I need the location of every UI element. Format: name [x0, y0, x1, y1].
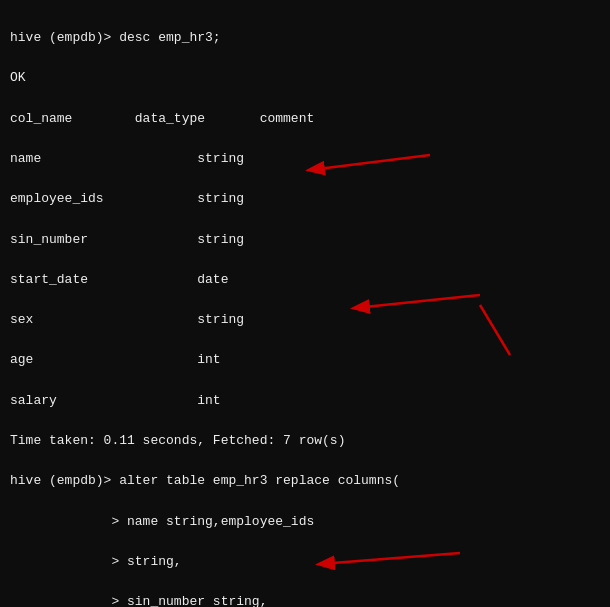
terminal-output: hive (empdb)> desc emp_hr3; OK col_name … [0, 0, 610, 607]
line-6: sin_number string [10, 232, 244, 247]
line-1: hive (empdb)> desc emp_hr3; [10, 30, 221, 45]
line-5: employee_ids string [10, 191, 244, 206]
line-3: col_name data_type comment [10, 111, 314, 126]
line-13: > name string,employee_ids [10, 514, 314, 529]
line-14: > string, [10, 554, 182, 569]
line-2: OK [10, 70, 26, 85]
line-7: start_date date [10, 272, 228, 287]
line-12: hive (empdb)> alter table emp_hr3 replac… [10, 473, 400, 488]
line-10: salary int [10, 393, 221, 408]
line-11: Time taken: 0.11 seconds, Fetched: 7 row… [10, 433, 345, 448]
line-4: name string [10, 151, 244, 166]
line-9: age int [10, 352, 221, 367]
line-8: sex string [10, 312, 244, 327]
line-15: > sin_number string, [10, 594, 267, 607]
